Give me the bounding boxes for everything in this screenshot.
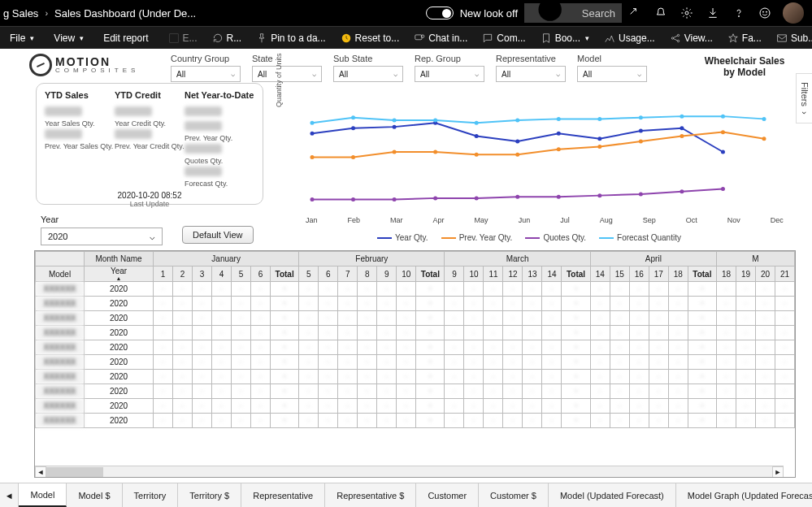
favorite-button[interactable]: Fa... <box>721 27 768 49</box>
slicer: Sub StateAll⌵ <box>333 54 403 82</box>
view-related-button[interactable]: View... <box>663 27 719 49</box>
chevron-down-icon: ⌵ <box>556 70 560 78</box>
kpi-value-redacted <box>185 144 222 154</box>
comment-button[interactable]: Com... <box>475 27 532 49</box>
svg-point-25 <box>680 126 684 130</box>
scroll-thumb[interactable] <box>46 467 103 477</box>
legend-item[interactable]: Forecast Quantity <box>599 233 681 242</box>
logo-text-1: MOTION <box>55 56 139 67</box>
tab-scroll-left[interactable]: ◄ <box>0 483 19 507</box>
page-tab[interactable]: Model $ <box>67 483 122 507</box>
page-tab[interactable]: Model Graph (Updated Forecast) <box>676 483 812 507</box>
line-chart[interactable]: Quantity of Units JanFebMarAprMayJunJulA… <box>275 91 784 242</box>
legend-item[interactable]: Quotes Qty. <box>525 233 586 242</box>
refresh-button[interactable]: R... <box>206 27 249 49</box>
svg-point-34 <box>597 145 601 149</box>
search-input[interactable]: Search <box>524 3 622 23</box>
feedback-smile-icon[interactable] <box>752 0 778 26</box>
kpi-timestamp-label: Last Update <box>45 200 254 208</box>
scroll-left-icon[interactable]: ◄ <box>35 466 46 478</box>
kpi-sublabel: Year Credit Qty. <box>115 119 185 128</box>
pin-button[interactable]: Pin to a da... <box>250 27 332 49</box>
year-slicer: Year 2020 ⌵ <box>41 214 163 245</box>
legend-item[interactable]: Prev. Year Qty. <box>441 233 513 242</box>
svg-point-42 <box>433 196 437 200</box>
slicer-dropdown[interactable]: All⌵ <box>252 66 322 82</box>
chevron-down-icon: ⌵ <box>393 70 397 78</box>
svg-point-45 <box>557 195 561 199</box>
download-icon[interactable] <box>700 0 726 26</box>
logo-mark-icon <box>29 54 52 76</box>
svg-point-52 <box>393 119 397 123</box>
svg-point-54 <box>475 121 479 125</box>
svg-point-40 <box>351 197 355 202</box>
kpi-sublabel: Prev. Year Credit Qty. <box>115 142 185 150</box>
bookmarks-button[interactable]: Boo...▾ <box>534 27 596 49</box>
page-tab[interactable]: Territory $ <box>178 483 241 507</box>
fullscreen-icon[interactable] <box>622 0 648 26</box>
svg-point-35 <box>639 140 643 144</box>
new-look-toggle[interactable]: New look off <box>426 6 518 20</box>
slicer-label: Rep. Group <box>415 54 484 63</box>
breadcrumb-item[interactable]: g Sales <box>3 7 38 20</box>
page-tab[interactable]: Customer <box>416 483 479 507</box>
explore-button[interactable]: E... <box>162 27 204 49</box>
slicer: ModelAll⌵ <box>577 54 647 82</box>
svg-point-22 <box>557 132 561 136</box>
chat-teams-button[interactable]: Chat in... <box>407 27 474 49</box>
notifications-icon[interactable] <box>648 0 674 26</box>
slicer-dropdown[interactable]: All⌵ <box>333 66 403 82</box>
year-dropdown[interactable]: 2020 ⌵ <box>41 228 163 245</box>
slicer-dropdown[interactable]: All⌵ <box>415 66 484 82</box>
kpi-value-redacted <box>185 106 222 116</box>
breadcrumb: g Sales › Sales Dashboard (Under De... <box>3 7 196 20</box>
page-tab[interactable]: Customer $ <box>479 483 549 507</box>
year-value: 2020 <box>48 232 67 241</box>
page-tab[interactable]: Model (Updated Forecast) <box>549 483 676 507</box>
settings-gear-icon[interactable] <box>674 0 700 26</box>
svg-point-41 <box>393 197 397 202</box>
avatar[interactable] <box>783 2 804 24</box>
subscribe-button[interactable]: Sub... <box>770 27 812 49</box>
chart-legend: Year Qty.Prev. Year Qty.Quotes Qty.Forec… <box>275 233 784 242</box>
edit-report-button[interactable]: Edit report <box>97 27 154 49</box>
slicer-dropdown[interactable]: All⌵ <box>577 66 647 82</box>
slicer-label: Representative <box>496 54 566 63</box>
horizontal-scrollbar[interactable]: ◄ ► <box>35 466 784 477</box>
svg-point-6 <box>766 11 766 12</box>
svg-point-44 <box>515 195 519 199</box>
slicer-label: Country Group <box>171 54 241 63</box>
toggle-label: New look off <box>460 7 518 20</box>
slicer-dropdown[interactable]: All⌵ <box>171 66 241 82</box>
kpi-card: YTD Sales Year Sales Qty. Prev. Year Sal… <box>36 83 263 205</box>
default-view-button[interactable]: Default View <box>182 226 254 244</box>
chevron-down-icon: ⌵ <box>637 70 641 78</box>
svg-point-55 <box>515 119 519 123</box>
page-tab[interactable]: Model <box>19 483 67 507</box>
breadcrumb-item[interactable]: Sales Dashboard (Under De... <box>54 7 196 20</box>
page-tab[interactable]: Territory <box>123 483 179 507</box>
file-menu[interactable]: File▾ <box>3 27 41 49</box>
svg-point-21 <box>515 140 519 144</box>
svg-point-58 <box>639 115 643 119</box>
help-icon[interactable] <box>726 0 752 26</box>
view-menu[interactable]: View▾ <box>47 27 90 49</box>
reset-button[interactable]: Reset to... <box>334 27 406 49</box>
matrix-visual[interactable]: Month NameJanuaryFebruaryMarchAprilMMode… <box>34 250 796 478</box>
slicer: Country GroupAll⌵ <box>171 54 241 82</box>
slicer-dropdown[interactable]: All⌵ <box>496 66 566 82</box>
legend-item[interactable]: Year Qty. <box>377 233 428 242</box>
chart-x-labels: JanFebMarAprMayJunJulAugSepOctNovDec <box>306 216 784 224</box>
scroll-right-icon[interactable]: ► <box>772 466 784 478</box>
page-tab[interactable]: Representative <box>241 483 325 507</box>
kpi-sublabel: Quotes Qty. <box>185 157 254 165</box>
svg-point-46 <box>597 193 601 197</box>
year-label: Year <box>41 214 163 224</box>
usage-button[interactable]: Usage... <box>597 27 662 49</box>
kpi-value-redacted <box>185 167 222 176</box>
svg-rect-7 <box>169 33 178 42</box>
svg-point-29 <box>393 150 397 154</box>
page-tab[interactable]: Representative $ <box>325 483 416 507</box>
filters-pane-toggle[interactable]: Filters › <box>796 73 812 124</box>
svg-point-20 <box>475 134 479 138</box>
